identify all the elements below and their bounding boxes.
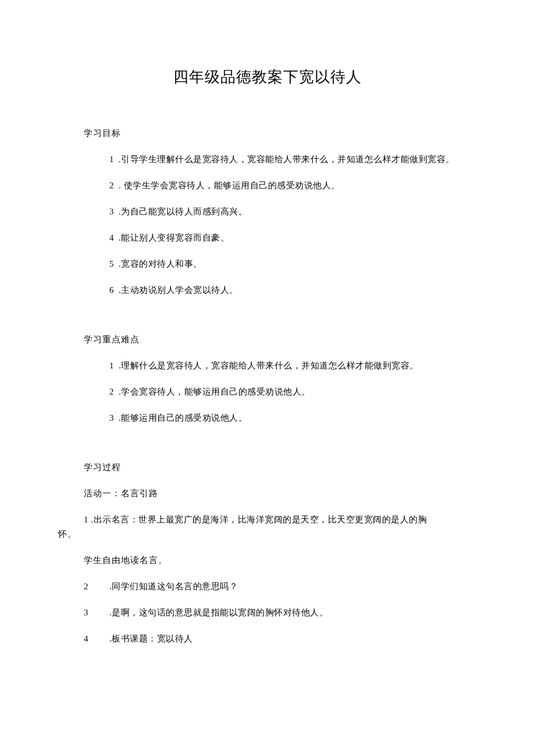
goal-item-6: 6.主动劝说别人学会宽以待人。 [58,285,477,296]
item-text: .主动劝说别人学会宽以待人。 [119,285,238,295]
item-number: 3 [84,207,114,217]
item-number: 6 [84,285,114,295]
item-number: 2 [84,582,88,592]
process-item-4: 4.板书课题：宽以待人 [58,633,477,644]
process-item-1-line1: 1 .出示名言：世界上最宽广的是海洋，比海洋宽阔的是天空，比天空更宽阔的是人的胸 [58,514,477,525]
item-number: 4 [84,634,88,644]
goal-item-3: 3.为自己能宽以待人而感到高兴。 [58,206,477,217]
keypoint-item-1: 1.理解什么是宽容待人，宽容能给人带来什么，并知道怎么样才能做到宽容。 [58,360,477,371]
item-text: .是啊，这句话的意思就是指能以宽阔的胸怀对待他人。 [109,608,328,617]
item-number: 1 [84,155,114,164]
keypoint-item-3: 3.能够运用自己的感受劝说他人。 [58,413,477,424]
goal-item-5: 5.宽容的对待人和事。 [58,259,477,270]
process-item-1-line2: 怀。 [58,529,477,540]
item-text: .学会宽容待人，能够运用自己的感受劝说他人。 [119,387,311,396]
section-header-process: 学习过程 [58,462,477,473]
section-header-keypoints: 学习重点难点 [58,334,477,345]
page-title: 四年级品德教案下宽以待人 [58,67,477,87]
item-text: .能让别人变得宽容而自豪。 [119,233,229,242]
goal-item-2: 2. 使学生学会宽容待人，能够运用自己的感受劝说他人。 [58,180,477,191]
item-text: . 使学生学会宽容待人，能够运用自己的感受劝说他人。 [119,181,340,190]
item-text: .同学们知道这句名言的意思吗？ [109,582,238,591]
item-number: 2 [84,387,114,397]
item-number: 2 [84,181,114,191]
process-plain-text: 学生自由地读名言。 [58,555,477,566]
item-text: .引导学生理解什么是宽容待人，宽容能给人带来什么，并知道怎么样才能做到宽容。 [119,155,455,164]
item-number: 3 [84,608,88,618]
item-text: .板书课题：宽以待人 [109,634,193,643]
goal-item-4: 4.能让别人变得宽容而自豪。 [58,232,477,243]
item-number: 3 [84,413,114,423]
item-number: 5 [84,259,114,269]
item-number: 1 [84,361,114,371]
item-text: .能够运用自己的感受劝说他人。 [119,413,247,422]
item-text: .宽容的对待人和事。 [119,259,202,268]
section-header-goals: 学习目标 [58,128,477,139]
item-text: .理解什么是宽容待人，宽容能给人带来什么，并知道怎么样才能做到宽容。 [119,361,419,370]
process-item-2: 2.同学们知道这句名言的意思吗？ [58,581,477,592]
goal-item-1: 1.引导学生理解什么是宽容待人，宽容能给人带来什么，并知道怎么样才能做到宽容。 [58,154,477,165]
keypoint-item-2: 2.学会宽容待人，能够运用自己的感受劝说他人。 [58,386,477,397]
activity-subheader: 活动一：名言引路 [58,488,477,499]
item-number: 4 [84,233,114,243]
process-item-3: 3.是啊，这句话的意思就是指能以宽阔的胸怀对待他人。 [58,607,477,618]
item-text: .为自己能宽以待人而感到高兴。 [119,207,247,216]
